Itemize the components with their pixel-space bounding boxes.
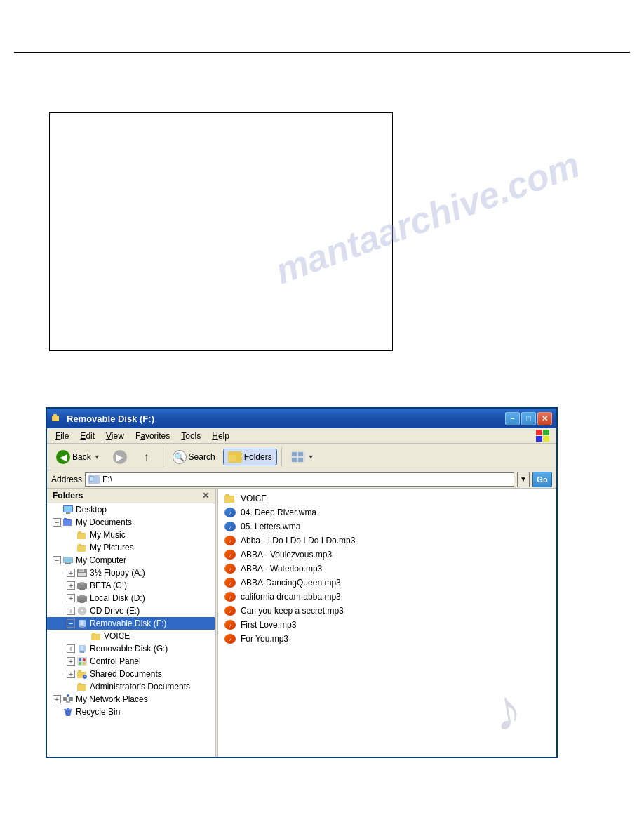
svg-rect-62 [78, 683, 81, 685]
file-label-can-you-keep: Can you keep a secret.mp3 [241, 606, 344, 616]
tree-item-my-network[interactable]: My Network Places [47, 693, 215, 706]
svg-rect-33 [79, 569, 83, 571]
expand-removable-g[interactable] [65, 643, 76, 654]
folders-button[interactable]: Folders [223, 449, 277, 465]
expand-cd-e[interactable] [65, 605, 76, 616]
music-note-decoration: ♪ [488, 676, 526, 745]
file-item-abba-voulezvous[interactable]: ♪ ABBA - Voulezvous.mp3 [218, 548, 556, 562]
folders-icon [228, 451, 242, 463]
icon-beta-c [76, 581, 88, 590]
file-item-abba-i-do[interactable]: ♪ Abba - I Do I Do I Do I Do.mp3 [218, 534, 556, 548]
file-item-first-love[interactable]: ♪ First Love.mp3 [218, 618, 556, 632]
menu-tools[interactable]: Tools [177, 430, 205, 442]
search-button[interactable]: 🔍 Search [168, 447, 220, 467]
expand-floppy[interactable] [65, 567, 76, 578]
tree-item-voice[interactable]: VOICE [47, 630, 215, 642]
tree-item-floppy[interactable]: 3½ Floppy (A:) [47, 567, 215, 579]
menu-file[interactable]: File [51, 430, 73, 442]
expand-local-d[interactable] [65, 593, 76, 604]
tree-item-my-documents[interactable]: My Documents [47, 516, 215, 529]
expand-removable-f[interactable] [65, 618, 76, 629]
icon-control-panel [76, 656, 88, 666]
file-item-abba-waterloo[interactable]: ♪ ABBA - Waterloo.mp3 [218, 562, 556, 576]
file-item-voice[interactable]: VOICE [218, 491, 556, 505]
svg-rect-29 [64, 557, 72, 562]
search-icon: 🔍 [173, 450, 187, 464]
address-input[interactable]: F:\ [85, 472, 514, 486]
back-button[interactable]: ◀ Back ▼ [51, 447, 105, 467]
svg-rect-45 [81, 621, 83, 625]
file-item-deep-river[interactable]: ♪ 04. Deep River.wma [218, 505, 556, 519]
tree-item-cd-e[interactable]: CD Drive (E:) [47, 604, 215, 617]
svg-point-68 [67, 694, 69, 697]
tree-item-my-music[interactable]: My Music [47, 529, 215, 541]
expand-my-network[interactable] [51, 694, 62, 705]
svg-rect-58 [78, 670, 81, 673]
label-control-panel: Control Panel [90, 656, 141, 666]
svg-rect-21 [63, 520, 72, 526]
icon-removable-f [76, 618, 88, 628]
forward-button[interactable]: ▶ [108, 447, 132, 467]
file-label-first-love: First Love.mp3 [241, 620, 296, 630]
tree-item-control-panel[interactable]: Control Panel [47, 655, 215, 668]
svg-rect-15 [90, 477, 93, 481]
file-icon-abba-waterloo: ♪ [224, 563, 236, 574]
tree-item-beta-c[interactable]: BETA (C:) [47, 579, 215, 592]
svg-rect-2 [53, 416, 59, 421]
svg-point-36 [79, 582, 85, 585]
menu-edit[interactable]: Edit [76, 430, 99, 442]
file-icon-california: ♪ [224, 591, 236, 602]
file-item-abba-dancing[interactable]: ♪ ABBA-DancingQueen.mp3 [218, 576, 556, 590]
menu-help[interactable]: Help [208, 430, 234, 442]
folders-panel-title: Folders [53, 491, 83, 501]
svg-point-40 [79, 600, 85, 603]
file-item-california[interactable]: ♪ california dream-abba.mp3 [218, 590, 556, 604]
up-button[interactable]: ↑ [135, 447, 159, 467]
file-item-for-you[interactable]: ♪ For You.mp3 [218, 632, 556, 646]
svg-rect-11 [298, 452, 303, 456]
maximize-button[interactable]: □ [521, 412, 536, 425]
file-label-abba-i-do: Abba - I Do I Do I Do I Do.mp3 [241, 536, 355, 545]
expand-beta-c[interactable] [65, 580, 76, 591]
file-item-letters[interactable]: ♪ 05. Letters.wma [218, 519, 556, 534]
views-button[interactable]: ▼ [286, 449, 319, 465]
file-icon-letters: ♪ [224, 521, 236, 532]
tree-item-my-computer[interactable]: My Computer [47, 554, 215, 567]
icon-voice-folder [90, 631, 102, 641]
tree-item-admin-documents[interactable]: Administrator's Documents [47, 680, 215, 693]
address-dropdown[interactable]: ▼ [517, 472, 530, 487]
window-icon [51, 413, 62, 424]
icon-desktop [62, 505, 74, 515]
go-button[interactable]: Go [532, 472, 552, 487]
toolbar: ◀ Back ▼ ▶ ↑ 🔍 Search Folders [47, 444, 556, 470]
tree-item-recycle-bin[interactable]: Recycle Bin [47, 706, 215, 718]
expand-my-documents[interactable] [51, 517, 62, 528]
menu-favorites[interactable]: Favorites [131, 430, 174, 442]
windows-flag-icon [535, 429, 551, 443]
folders-panel-close[interactable]: ✕ [202, 491, 209, 501]
menu-view[interactable]: View [102, 430, 128, 442]
svg-rect-1 [53, 414, 57, 416]
svg-rect-52 [77, 657, 87, 666]
toolbar-separator-2 [281, 447, 282, 467]
svg-point-56 [83, 662, 86, 665]
tree-item-shared-documents[interactable]: Shared Documents [47, 668, 215, 680]
label-removable-f: Removable Disk (F:) [90, 618, 166, 628]
title-bar: Removable Disk (F:) − □ ✕ [47, 409, 556, 428]
expand-shared-documents[interactable] [65, 668, 76, 680]
tree-item-my-pictures[interactable]: My Pictures [47, 541, 215, 554]
minimize-button[interactable]: − [505, 412, 520, 425]
expand-my-computer[interactable] [51, 555, 62, 566]
tree-item-desktop[interactable]: Desktop [47, 503, 215, 516]
address-value: F:\ [102, 475, 112, 484]
expand-control-panel[interactable] [65, 656, 76, 667]
tree-item-removable-f[interactable]: Removable Disk (F:) [47, 617, 215, 630]
close-button[interactable]: ✕ [537, 412, 552, 425]
file-item-can-you-keep[interactable]: ♪ Can you keep a secret.mp3 [218, 604, 556, 618]
svg-rect-65 [69, 697, 73, 701]
content-box [49, 112, 393, 351]
tree-item-local-d[interactable]: Local Disk (D:) [47, 592, 215, 604]
tree-item-removable-g[interactable]: Removable Disk (G:) [47, 642, 215, 655]
svg-rect-6 [543, 436, 549, 442]
svg-rect-73 [224, 496, 234, 503]
